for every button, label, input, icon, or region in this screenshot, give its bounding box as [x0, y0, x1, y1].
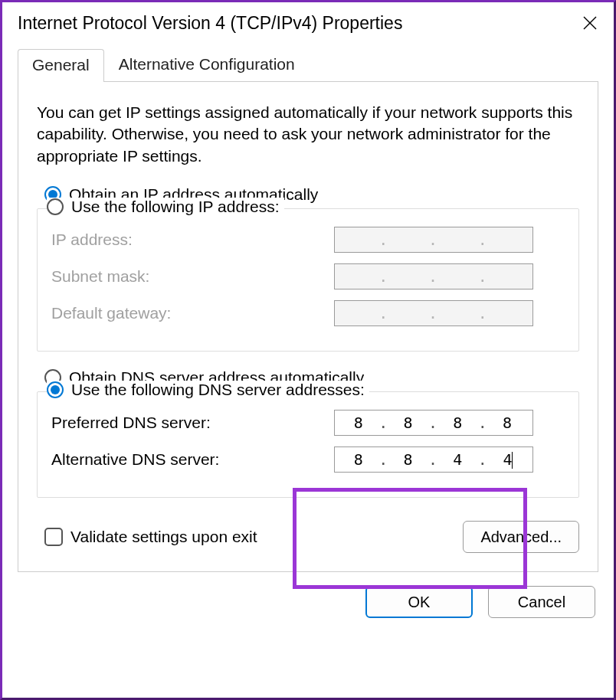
advanced-button[interactable]: Advanced... — [463, 521, 579, 553]
default-gateway-input: ... — [334, 300, 533, 326]
close-button[interactable] — [578, 11, 601, 34]
close-icon — [582, 15, 598, 31]
checkbox-label: Validate settings upon exit — [70, 528, 257, 546]
tab-alternative-configuration[interactable]: Alternative Configuration — [104, 48, 310, 81]
ip-address-input: ... — [334, 227, 533, 253]
dns-manual-group: Use the following DNS server addresses: … — [37, 391, 579, 498]
alternate-dns-label: Alternative DNS server: — [51, 450, 334, 469]
radio-dns-manual[interactable]: Use the following DNS server addresses: — [47, 381, 369, 399]
radio-icon — [47, 198, 64, 215]
window-title: Internet Protocol Version 4 (TCP/IPv4) P… — [18, 13, 402, 34]
subnet-mask-input: ... — [334, 263, 533, 289]
tab-page-general: You can get IP settings assigned automat… — [18, 82, 598, 572]
radio-label: Use the following IP address: — [71, 198, 280, 216]
cancel-button[interactable]: Cancel — [488, 586, 595, 618]
preferred-dns-label: Preferred DNS server: — [51, 414, 334, 432]
default-gateway-label: Default gateway: — [51, 304, 334, 322]
validate-settings-checkbox[interactable]: Validate settings upon exit — [44, 528, 257, 546]
checkbox-icon — [44, 528, 63, 546]
ip-manual-group: Use the following IP address: IP address… — [37, 208, 579, 352]
intro-text: You can get IP settings assigned automat… — [37, 102, 579, 167]
radio-icon — [47, 381, 64, 398]
ip-address-label: IP address: — [51, 231, 334, 249]
radio-label: Use the following DNS server addresses: — [71, 381, 365, 399]
preferred-dns-input[interactable]: 8. 8. 8. 8 — [334, 410, 533, 436]
subnet-mask-label: Subnet mask: — [51, 267, 334, 286]
alternate-dns-input[interactable]: 8. 8. 4. 4 — [334, 446, 533, 473]
tab-strip: General Alternative Configuration — [18, 48, 598, 82]
text-caret — [512, 452, 513, 469]
radio-ip-manual[interactable]: Use the following IP address: — [47, 198, 284, 216]
ok-button[interactable]: OK — [365, 586, 473, 618]
tab-general[interactable]: General — [18, 49, 104, 82]
